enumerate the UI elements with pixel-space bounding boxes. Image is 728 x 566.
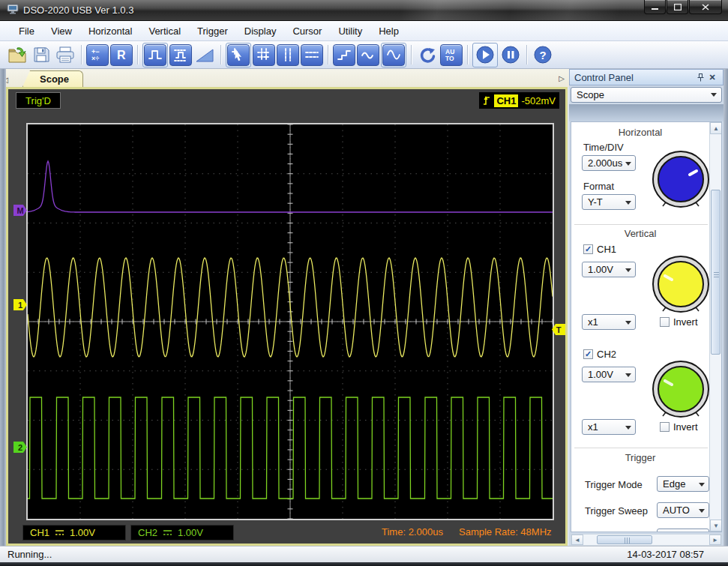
horizontal-cursors-button[interactable]: [301, 44, 323, 66]
svg-text:R: R: [117, 49, 126, 61]
ch2-enable-checkbox[interactable]: ✓ CH2: [583, 349, 616, 360]
menu-cursor[interactable]: Cursor: [284, 22, 330, 40]
control-panel: Control Panel ✕ Scope Horizontal Time/DI…: [569, 69, 724, 546]
menu-help[interactable]: Help: [370, 22, 407, 40]
trigger-info-box: CH1 -502mV: [479, 92, 559, 109]
menu-utility[interactable]: Utility: [330, 22, 370, 40]
ch2-probe-dropdown[interactable]: x1: [582, 419, 636, 435]
trigger-mode-dropdown[interactable]: Edge: [657, 476, 709, 492]
waveform-display[interactable]: [26, 123, 554, 520]
scroll-right-icon[interactable]: ►: [709, 535, 721, 545]
chevron-down-icon: [625, 373, 631, 377]
menu-bar: File View Horizontal Vertical Trigger Di…: [0, 21, 728, 41]
trigger-source-dropdown[interactable]: CH1: [657, 529, 709, 532]
step-wave-button[interactable]: [333, 44, 355, 66]
ch1-position-marker[interactable]: 1: [13, 299, 27, 310]
scroll-up-icon[interactable]: ▲: [710, 122, 722, 134]
pause-button[interactable]: [499, 44, 522, 66]
save-button[interactable]: [30, 44, 52, 66]
status-text: Running...: [7, 549, 52, 560]
reference-button[interactable]: R: [110, 44, 133, 66]
maximize-button[interactable]: [667, 0, 688, 14]
scroll-left-icon[interactable]: ◄: [571, 535, 583, 545]
menu-horizontal[interactable]: Horizontal: [80, 22, 141, 40]
sine-button-selected[interactable]: [381, 43, 406, 67]
ramp-button[interactable]: [193, 44, 216, 66]
pointer-button[interactable]: [227, 44, 250, 66]
panel-close-icon[interactable]: ✕: [706, 72, 718, 82]
pin-icon[interactable]: [694, 72, 706, 82]
scrollbar-thumb[interactable]: [597, 535, 652, 544]
help-button[interactable]: ?: [532, 44, 554, 66]
ch2-position-marker[interactable]: 2: [13, 442, 27, 453]
ramp-icon: [195, 46, 214, 63]
pulse-levels-icon: [173, 47, 188, 62]
pulse-button[interactable]: [144, 44, 166, 66]
sine-button[interactable]: [382, 44, 405, 66]
ch1-readout-scale: 1.00V: [70, 527, 95, 538]
trigger-sweep-dropdown[interactable]: AUTO: [657, 502, 709, 518]
ch1-enable-checkbox[interactable]: ✓ CH1: [583, 244, 616, 255]
vertical-section-title: Vertical: [571, 228, 709, 239]
ch1-probe-dropdown[interactable]: x1: [582, 314, 636, 330]
trigger-sweep-label: Trigger Sweep: [585, 505, 648, 517]
menu-view[interactable]: View: [43, 22, 80, 40]
pointer-button-selected[interactable]: [226, 43, 251, 67]
horizontal-knob[interactable]: [651, 149, 711, 212]
trigger-status-text: Trig'D: [25, 95, 51, 106]
scrollbar-thumb[interactable]: [711, 190, 721, 355]
ch2-scale-dropdown[interactable]: 1.00V: [582, 367, 636, 382]
smooth-wave-button[interactable]: [357, 44, 379, 66]
timediv-label: Time/DIV: [583, 142, 624, 153]
auto-setup-button[interactable]: AUTO: [440, 44, 463, 66]
vertical-scrollbar[interactable]: ▲ ▼: [709, 122, 721, 532]
menu-file[interactable]: File: [10, 22, 43, 40]
grid-button[interactable]: [253, 44, 275, 66]
svg-text:×÷: ×÷: [91, 55, 99, 62]
pulse-button-selected[interactable]: [142, 43, 168, 67]
cursor-arrow-icon: [231, 47, 246, 62]
run-button[interactable]: [474, 44, 496, 66]
math-channel-marker[interactable]: M: [13, 205, 27, 216]
trigger-mode-label: Trigger Mode: [585, 479, 643, 490]
format-dropdown[interactable]: Y-T: [582, 194, 636, 210]
scroll-down-icon[interactable]: ▼: [710, 520, 722, 532]
ch1-readout-label: CH1: [30, 527, 49, 538]
app-icon: [7, 4, 19, 16]
svg-text:TO: TO: [445, 55, 454, 62]
timediv-dropdown[interactable]: 2.000us: [582, 155, 636, 171]
menu-display[interactable]: Display: [236, 22, 285, 40]
minimize-button[interactable]: [644, 0, 666, 14]
horizontal-section-title: Horizontal: [571, 127, 709, 138]
horizontal-scrollbar[interactable]: ◄ ►: [571, 534, 722, 546]
ch1-scale-dropdown[interactable]: 1.00V: [582, 262, 636, 277]
chevron-down-icon: [625, 321, 631, 325]
open-button[interactable]: [6, 44, 28, 66]
status-bar: Running... 14-03-2017 08:57: [0, 546, 728, 562]
close-button[interactable]: [689, 0, 722, 14]
scope-panel: Trig'D CH1 -502mV M 1 2 T CH1 1.00V CH2 …: [6, 87, 568, 546]
math-button[interactable]: +−×÷: [86, 44, 109, 66]
app-window: DSO-2020 USB Ver 1.0.3 File View Horizon…: [0, 0, 728, 566]
print-button[interactable]: [54, 44, 76, 66]
ch2-position-knob[interactable]: [651, 359, 711, 422]
svg-text:AU: AU: [445, 48, 454, 55]
menu-trigger[interactable]: Trigger: [189, 22, 236, 40]
vertical-cursors-button[interactable]: [277, 44, 299, 66]
smooth-wave-icon: [361, 47, 376, 62]
ch2-invert-checkbox[interactable]: Invert: [660, 421, 698, 433]
tab-scroll-right-icon[interactable]: ▷: [556, 70, 567, 85]
refresh-button[interactable]: [416, 44, 439, 66]
menu-vertical[interactable]: Vertical: [140, 22, 189, 40]
run-button-selected[interactable]: [472, 43, 498, 67]
chevron-down-icon: [699, 483, 705, 487]
checkbox-check-icon: [660, 317, 670, 327]
datetime-text: 14-03-2017 08:57: [627, 549, 704, 560]
ch1-position-knob[interactable]: [651, 254, 711, 317]
panel-selector-dropdown[interactable]: Scope: [571, 87, 722, 103]
vertical-cursors-icon: [280, 47, 295, 62]
ch1-invert-checkbox[interactable]: Invert: [660, 316, 698, 328]
tab-scope[interactable]: Scope: [22, 70, 83, 87]
pulse-levels-button[interactable]: [169, 44, 192, 66]
tab-bar: ◁ Scope ▷: [0, 69, 570, 87]
